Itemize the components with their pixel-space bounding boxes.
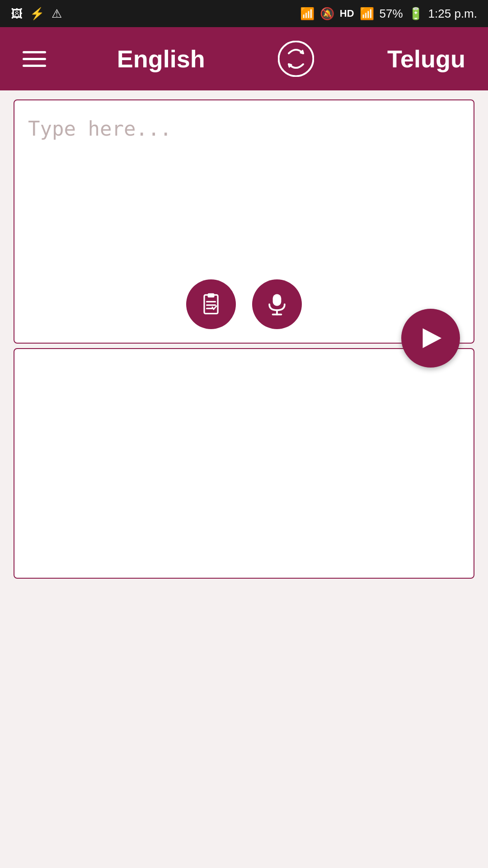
usb-icon: ⚡ bbox=[30, 7, 44, 21]
mute-icon: 🔕 bbox=[320, 7, 334, 21]
status-bar: 🖼 ⚡ ⚠ 📶 🔕 HD 📶 57% 🔋 1:25 p.m. bbox=[0, 0, 488, 27]
translation-output bbox=[28, 363, 460, 408]
svg-rect-2 bbox=[208, 293, 215, 297]
main-content bbox=[0, 90, 488, 868]
source-language-selector[interactable]: English bbox=[117, 45, 205, 73]
battery-icon: 🔋 bbox=[408, 7, 423, 21]
warning-icon: ⚠ bbox=[52, 7, 62, 21]
toolbar: English Telugu bbox=[0, 27, 488, 90]
hd-icon: HD bbox=[340, 8, 354, 19]
image-icon: 🖼 bbox=[11, 7, 23, 21]
status-bar-left: 🖼 ⚡ ⚠ bbox=[11, 7, 62, 21]
svg-rect-6 bbox=[273, 294, 282, 306]
input-panel bbox=[14, 99, 474, 344]
swap-languages-button[interactable] bbox=[276, 38, 316, 79]
status-bar-right: 📶 🔕 HD 📶 57% 🔋 1:25 p.m. bbox=[300, 7, 477, 21]
svg-rect-1 bbox=[204, 295, 218, 313]
input-actions bbox=[186, 279, 302, 329]
output-panel bbox=[14, 348, 474, 579]
battery-percent: 57% bbox=[380, 7, 403, 21]
svg-point-0 bbox=[279, 42, 314, 76]
target-language-selector[interactable]: Telugu bbox=[387, 45, 465, 73]
signal-strength-icon: 📶 bbox=[360, 7, 374, 21]
menu-button[interactable] bbox=[23, 51, 46, 67]
clipboard-button[interactable] bbox=[186, 279, 236, 329]
svg-marker-9 bbox=[423, 328, 442, 348]
time-display: 1:25 p.m. bbox=[428, 7, 477, 21]
translate-button[interactable] bbox=[401, 309, 460, 368]
wifi-icon: 📶 bbox=[300, 7, 314, 21]
microphone-button[interactable] bbox=[252, 279, 302, 329]
text-input[interactable] bbox=[28, 114, 460, 297]
